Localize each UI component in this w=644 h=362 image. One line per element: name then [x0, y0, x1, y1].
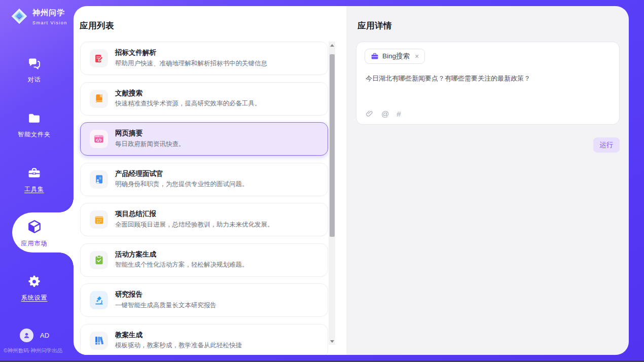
sidebar-item-label: 系统设置 [0, 294, 68, 302]
doc-edit-icon [90, 49, 108, 67]
app-card-title: 招标文件解析 [115, 49, 267, 56]
app-card-title: 项目总结汇报 [115, 210, 274, 218]
paperclip-icon[interactable] [366, 110, 374, 118]
book-icon [90, 90, 108, 108]
active-nav-fillet-bottom [59, 252, 74, 267]
app-card[interactable]: 文献搜索 快速精准查找学术资源，提高研究效率的必备工具。 [80, 82, 328, 116]
app-card-desc: 明确身份和职责，为您提供专业性的面试问题。 [115, 180, 248, 188]
app-card-desc: 帮助用户快速、准确地理解和解析招标书中的关键信息 [115, 60, 267, 67]
app-card-desc: 每日政府新闻资讯快查。 [115, 140, 185, 148]
prompt-text[interactable]: 今日湖北有哪些新闻要点？有哪些需要关注的最新政策？ [366, 74, 612, 83]
main-content: 应用列表 招标文件解析 帮助用户快速、准确地理解和解析招标书中的关键信息 [74, 6, 629, 355]
app-card-desc: 快速精准查找学术资源，提高研究效率的必备工具。 [115, 100, 261, 107]
sidebar-item-toolset[interactable]: 工具集 [0, 166, 68, 194]
app-card-title: 活动方案生成 [115, 251, 248, 258]
browser-code-icon [90, 130, 108, 148]
composer-toolbar: @ # [366, 110, 401, 118]
clipboard-check-icon [90, 251, 108, 269]
brand-name: 神州问学 [32, 8, 65, 17]
tool-chip-label: Bing搜索 [382, 52, 410, 61]
app-list-scrollbar[interactable] [329, 42, 335, 345]
app-card-title: 文献搜索 [115, 90, 261, 97]
app-window: 神州问学 Smart Vision 对话 智能文件夹 [0, 0, 644, 362]
run-button[interactable]: 运行 [593, 137, 620, 153]
app-card-desc: 全面回顾项目进展，总结经验教训，助力未来优化发展。 [115, 221, 274, 229]
user-account[interactable]: AD [20, 329, 49, 342]
sidebar-item-label: 应用市场 [0, 239, 68, 248]
app-card-list: 招标文件解析 帮助用户快速、准确地理解和解析招标书中的关键信息 文献搜索 [80, 42, 328, 355]
person-doc-icon [90, 170, 108, 189]
briefcase-icon [371, 52, 379, 60]
app-card-desc: 一键智能生成高质量长文本研究报告 [115, 302, 217, 309]
sidebar-item-app-market[interactable]: 应用市场 [0, 219, 68, 248]
tool-chip-bing-search[interactable]: Bing搜索 × [365, 49, 425, 64]
brand-logo: 神州问学 Smart Vision [10, 7, 67, 27]
sidebar-item-settings[interactable]: 系统设置 [0, 275, 68, 302]
chat-icon [27, 57, 41, 71]
gem-logo-icon [10, 7, 28, 27]
close-icon[interactable]: × [415, 53, 419, 60]
sidebar-item-label: 对话 [0, 76, 68, 84]
app-detail-panel: 应用详情 Bing搜索 × 今日湖北有哪些新闻要点？有哪些需要关注的最新政策？ [346, 6, 629, 355]
app-card[interactable]: 活动方案生成 智能生成个性化活动方案，轻松解决规划难题。 [80, 243, 328, 277]
user-initials: AD [40, 332, 49, 339]
app-card[interactable]: 教案生成 模板驱动，教案秒成，教学准备从此轻松快捷 [80, 324, 328, 355]
sidebar-item-smart-folder[interactable]: 智能文件夹 [0, 112, 68, 139]
sidebar: 神州问学 Smart Vision 对话 智能文件夹 [0, 0, 74, 362]
app-card[interactable]: 项目总结汇报 全面回顾项目进展，总结经验教训，助力未来优化发展。 [80, 203, 328, 236]
sidebar-item-label: 工具集 [0, 185, 68, 194]
toolbox-icon [27, 166, 41, 180]
scrollbar-thumb[interactable] [330, 54, 335, 237]
app-card-desc: 模板驱动，教案秒成，教学准备从此轻松快捷 [115, 342, 242, 349]
mention-icon[interactable]: @ [381, 110, 389, 118]
app-card-title: 产品经理面试官 [115, 170, 248, 177]
app-card[interactable]: 研究报告 一键智能生成高质量长文本研究报告 [80, 283, 328, 317]
prompt-input[interactable]: Bing搜索 × 今日湖北有哪些新闻要点？有哪些需要关注的最新政策？ @ # [356, 42, 620, 125]
app-card-title: 教案生成 [115, 332, 242, 339]
microscope-icon [90, 291, 108, 309]
app-card-title: 网页摘要 [115, 130, 185, 137]
hashtag-icon[interactable]: # [397, 110, 401, 118]
sidebar-item-chat[interactable]: 对话 [0, 57, 68, 84]
brand-subtitle: Smart Vision [32, 20, 67, 25]
gear-icon [27, 275, 41, 289]
scroll-down-arrow-icon[interactable] [329, 338, 335, 345]
avatar [20, 329, 33, 342]
folder-icon [27, 112, 41, 126]
app-list-title: 应用列表 [80, 20, 114, 31]
app-card-desc: 智能生成个性化活动方案，轻松解决规划难题。 [115, 261, 248, 269]
cube-icon [27, 219, 42, 233]
app-list-panel: 应用列表 招标文件解析 帮助用户快速、准确地理解和解析招标书中的关键信息 [74, 6, 346, 355]
calendar-icon [90, 210, 108, 229]
sidebar-item-label: 智能文件夹 [0, 130, 68, 139]
copyright-footer: ©神州数码·神州问学出品 [4, 347, 74, 354]
books-icon [90, 332, 108, 350]
app-card-selected[interactable]: 网页摘要 每日政府新闻资讯快查。 [80, 122, 328, 156]
app-card[interactable]: 产品经理面试官 明确身份和职责，为您提供专业性的面试问题。 [80, 163, 328, 196]
app-detail-title: 应用详情 [357, 20, 392, 31]
active-nav-fillet-top [59, 198, 74, 212]
app-card[interactable]: 招标文件解析 帮助用户快速、准确地理解和解析招标书中的关键信息 [80, 42, 328, 75]
app-card-title: 研究报告 [115, 291, 217, 298]
scroll-up-arrow-icon[interactable] [329, 42, 335, 49]
